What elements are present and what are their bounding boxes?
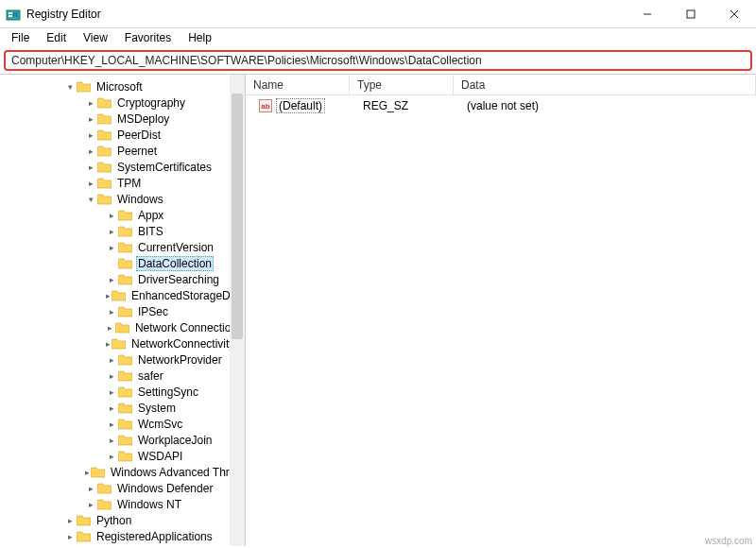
tree-node-label: PeerDist <box>115 128 163 142</box>
tree-node[interactable]: ▸WcmSvc <box>2 416 245 432</box>
tree-expander[interactable]: ▸ <box>85 113 96 125</box>
tree-expander[interactable]: ▸ <box>64 531 76 542</box>
tree-node-label: System <box>136 402 178 415</box>
folder-icon <box>112 338 126 350</box>
tree-expander <box>106 258 117 269</box>
regedit-icon <box>6 7 21 22</box>
maximize-button[interactable] <box>669 0 713 28</box>
tree-node[interactable]: ▾Microsoft <box>2 78 245 94</box>
tree-node[interactable]: ▸IPSec <box>2 303 245 319</box>
title-bar: Registry Editor <box>0 0 756 28</box>
tree-expander[interactable]: ▾ <box>64 81 76 93</box>
tree-node[interactable]: ▸TPM <box>2 175 245 191</box>
tree-node-label: Cryptography <box>115 96 187 110</box>
column-type[interactable]: Type <box>350 76 454 94</box>
tree-expander[interactable]: ▸ <box>85 146 96 157</box>
tree-node[interactable]: ▸DriverSearching <box>2 271 245 287</box>
watermark: wsxdp.com <box>705 536 752 546</box>
tree-node-label: Python <box>94 514 133 527</box>
tree-expander[interactable]: ▸ <box>106 354 117 366</box>
menu-help[interactable]: Help <box>180 29 219 46</box>
tree-node[interactable]: ▸Windows Advanced Threat Protection <box>2 464 245 480</box>
tree-node-label: SystemCertificates <box>115 161 214 174</box>
tree-node[interactable]: ▸Windows Defender <box>2 480 245 496</box>
tree-node[interactable]: ▸BITS <box>2 223 245 239</box>
tree-node[interactable]: ▸Appx <box>2 207 245 223</box>
tree-expander[interactable]: ▸ <box>106 242 117 253</box>
folder-icon <box>118 419 132 430</box>
tree-expander[interactable]: ▸ <box>64 515 76 526</box>
tree-expander[interactable]: ▸ <box>106 451 117 462</box>
tree-node[interactable]: ▸WSDAPI <box>2 448 245 464</box>
tree-node-label: Windows Advanced Threat Protection <box>109 466 245 479</box>
tree-node[interactable]: ▸MSDeploy <box>2 111 245 127</box>
folder-icon <box>112 290 126 301</box>
tree-expander[interactable]: ▸ <box>85 97 96 109</box>
minimize-button[interactable] <box>626 0 669 28</box>
address-bar[interactable]: Computer\HKEY_LOCAL_MACHINE\SOFTWARE\Pol… <box>4 50 752 71</box>
folder-icon <box>118 435 132 446</box>
tree-expander[interactable]: ▾ <box>85 194 96 205</box>
menu-view[interactable]: View <box>76 29 115 46</box>
registry-tree[interactable]: ▾Microsoft▸Cryptography▸MSDeploy▸PeerDis… <box>0 75 245 546</box>
tree-expander[interactable]: ▸ <box>106 322 114 334</box>
scrollbar-thumb[interactable] <box>232 94 243 339</box>
tree-expander[interactable]: ▸ <box>106 306 117 317</box>
tree-expander[interactable]: ▸ <box>85 499 96 510</box>
tree-expander[interactable]: ▸ <box>85 129 96 141</box>
tree-node[interactable]: ▸NetworkConnectivityStatus <box>2 335 245 351</box>
value-row[interactable]: ab (Default) REG_SZ (value not set) <box>246 95 756 116</box>
tree-node[interactable]: ▸RegisteredApplications <box>2 528 245 544</box>
tree-expander[interactable]: ▸ <box>106 370 117 382</box>
tree-node[interactable]: ▸Python <box>2 512 245 528</box>
tree-node[interactable]: ▸NetworkProvider <box>2 351 245 368</box>
tree-expander[interactable]: ▸ <box>85 483 96 494</box>
column-data[interactable]: Data <box>454 76 756 94</box>
tree-node[interactable]: DataCollection <box>2 255 245 271</box>
tree-node[interactable]: ▸EnhancedStorageDevices <box>2 287 245 303</box>
tree-expander[interactable]: ▸ <box>85 178 96 189</box>
tree-node[interactable]: ▸Network Connections <box>2 319 245 335</box>
tree-expander[interactable]: ▸ <box>106 274 117 285</box>
menu-edit[interactable]: Edit <box>39 29 74 46</box>
tree-node-label: TPM <box>115 177 143 190</box>
menu-favorites[interactable]: Favorites <box>117 29 179 46</box>
folder-icon <box>118 258 132 269</box>
window-title: Registry Editor <box>26 8 626 21</box>
tree-expander[interactable]: ▸ <box>106 402 117 414</box>
tree-scrollbar[interactable] <box>230 75 245 546</box>
tree-node[interactable]: ▸SettingSync <box>2 384 245 400</box>
tree-expander[interactable]: ▸ <box>106 338 111 350</box>
folder-icon <box>97 129 112 141</box>
tree-node-label: WorkplaceJoin <box>136 434 214 447</box>
tree-expander[interactable]: ▸ <box>106 419 117 430</box>
string-value-icon: ab <box>259 99 272 112</box>
tree-node[interactable]: ▸WorkplaceJoin <box>2 432 245 448</box>
tree-node[interactable]: ▸SystemCertificates <box>2 159 245 175</box>
tree-node[interactable]: ▸Windows NT <box>2 496 245 512</box>
tree-expander[interactable]: ▸ <box>85 162 96 173</box>
tree-node[interactable]: ▸Cryptography <box>2 94 245 111</box>
tree-expander[interactable]: ▸ <box>106 435 117 446</box>
address-bar-container: Computer\HKEY_LOCAL_MACHINE\SOFTWARE\Pol… <box>0 47 756 74</box>
tree-node[interactable]: ▸Peernet <box>2 143 245 159</box>
column-name[interactable]: Name <box>246 76 350 94</box>
folder-icon <box>118 402 132 414</box>
tree-node[interactable]: ▸System <box>2 400 245 416</box>
tree-expander[interactable]: ▸ <box>85 467 90 478</box>
tree-node-label: EnhancedStorageDevices <box>129 289 245 302</box>
tree-expander[interactable]: ▸ <box>106 290 111 301</box>
tree-expander[interactable]: ▸ <box>106 226 117 237</box>
menu-file[interactable]: File <box>4 29 37 46</box>
tree-pane: ▾Microsoft▸Cryptography▸MSDeploy▸PeerDis… <box>0 75 246 546</box>
folder-icon <box>91 467 105 478</box>
tree-expander[interactable]: ▸ <box>106 210 117 221</box>
close-button[interactable] <box>713 0 756 28</box>
tree-node[interactable]: ▸safer <box>2 368 245 384</box>
window-controls <box>626 0 756 28</box>
tree-node[interactable]: ▸PeerDist <box>2 127 245 143</box>
tree-node[interactable]: ▸CurrentVersion <box>2 239 245 255</box>
folder-icon <box>118 242 132 253</box>
tree-expander[interactable]: ▸ <box>106 386 117 398</box>
tree-node[interactable]: ▾Windows <box>2 191 245 207</box>
